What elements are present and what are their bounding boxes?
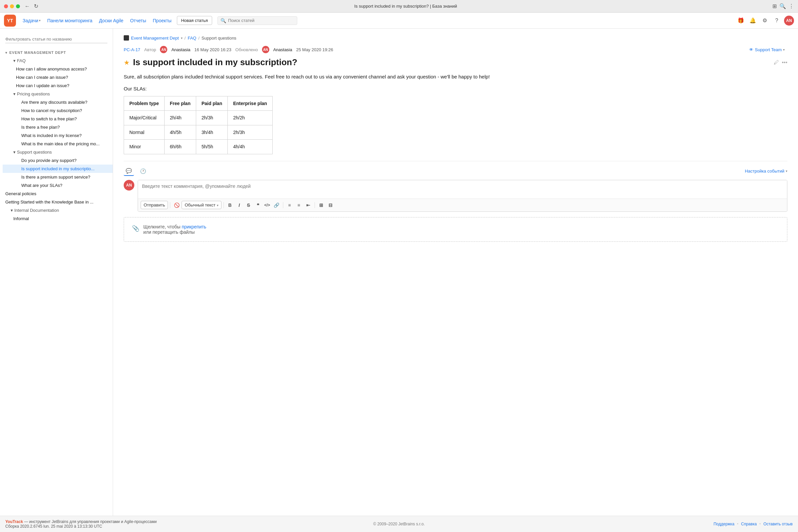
more-options-icon[interactable]: •••: [782, 59, 787, 65]
more-icon[interactable]: ⋮: [789, 3, 794, 9]
toolbar-no-style-icon[interactable]: 🚫: [172, 201, 181, 209]
user-avatar[interactable]: AN: [784, 16, 794, 25]
sidebar-item-premium-support[interactable]: Is there a premium support service?: [3, 173, 113, 181]
sidebar-item-cancel-subscription[interactable]: How to cancel my subscription?: [3, 107, 113, 115]
sidebar-item-discounts[interactable]: Are there any discounts available?: [3, 98, 113, 107]
eye-icon: 👁: [749, 47, 754, 52]
submit-button[interactable]: Отправить: [141, 201, 168, 209]
attach-link[interactable]: прикрепить: [182, 224, 206, 229]
article-title-row: ★ Is support included in my subscription…: [124, 57, 787, 68]
toolbar-italic[interactable]: I: [235, 201, 244, 209]
comment-tab-messages[interactable]: 💬: [124, 167, 134, 176]
content-area: Event Management Dept ▾ / FAQ / Support …: [113, 28, 798, 516]
minimize-window-btn[interactable]: [10, 4, 14, 8]
sla-table-body: Major/Critical2h/4h2h/3h2h/2hNormal4h/5h…: [124, 111, 273, 154]
sidebar-item-is-free-plan[interactable]: Is there a free plan?: [3, 123, 113, 131]
star-icon[interactable]: ★: [124, 58, 130, 66]
sidebar-item-slas[interactable]: What are your SLAs?: [3, 181, 113, 190]
comment-tabs: 💬 🕐 Настройка событий ▾: [124, 167, 787, 176]
table-cell-1-0: Normal: [124, 125, 165, 139]
table-header-row: Problem typeFree planPaid planEnterprise…: [124, 96, 273, 111]
toolbar-unordered-list[interactable]: ≡: [285, 201, 294, 209]
sidebar-item-general-policies[interactable]: General policies: [0, 190, 113, 198]
table-cell-2-0: Minor: [124, 140, 165, 154]
toolbar-ordered-list[interactable]: ≡: [294, 201, 303, 209]
nav-icon-buttons: 🎁 🔔 ⚙ ? AN: [736, 16, 794, 25]
sidebar-filter-input[interactable]: [5, 35, 108, 43]
sla-table: Problem typeFree planPaid planEnterprise…: [124, 96, 273, 154]
search-input[interactable]: [228, 18, 294, 23]
sidebar-item-provide-support[interactable]: Do you provide any support?: [3, 156, 113, 165]
toolbar-indent[interactable]: ⇤: [304, 201, 312, 209]
sidebar-support-title[interactable]: ▾ Support questions: [3, 148, 113, 156]
nav-projects[interactable]: Проекты: [150, 17, 174, 25]
sidebar-item-is-support-included[interactable]: Is support included in my subscriptio...: [3, 165, 113, 173]
table-cell-1-3: 2h/3h: [228, 125, 273, 139]
footer-support-link[interactable]: Поддержка: [714, 522, 735, 526]
comment-text-input[interactable]: [138, 180, 787, 197]
search-box: 🔍: [217, 16, 297, 25]
search-icon[interactable]: 🔍: [779, 3, 786, 9]
toolbar-image[interactable]: ⊟: [326, 201, 335, 209]
breadcrumb-dept[interactable]: Event Management Dept: [131, 36, 179, 41]
gift-icon[interactable]: 🎁: [736, 16, 745, 25]
edit-icon[interactable]: 🖊: [774, 59, 779, 65]
bell-icon[interactable]: 🔔: [748, 16, 757, 25]
help-icon[interactable]: ?: [772, 16, 781, 25]
footer-text: — инструмент JetBrains для управления пр…: [24, 519, 157, 524]
refresh-button[interactable]: ↻: [33, 2, 39, 10]
sidebar-item-informal[interactable]: Informal: [0, 214, 113, 223]
sla-label: Our SLAs:: [124, 85, 787, 93]
article-id[interactable]: PC-A-17: [124, 47, 140, 52]
close-window-btn[interactable]: [4, 4, 8, 8]
nav-reports[interactable]: Отчеты: [127, 17, 149, 25]
commenter-avatar: AN: [124, 180, 134, 191]
nav-dashboards[interactable]: Панели мониторинга: [44, 17, 95, 25]
sidebar-section-title[interactable]: ▾ EVENT MANAGEMENT DEPT: [0, 49, 113, 57]
settings-dropdown-arrow: ▾: [786, 169, 787, 173]
updated-date: 25 May 2020 19:26: [296, 47, 333, 52]
toolbar-table[interactable]: ⊞: [317, 201, 325, 209]
new-article-button[interactable]: Новая статья: [177, 16, 212, 25]
format-dropdown[interactable]: Обычный текст ▾: [182, 201, 221, 209]
sidebar-item-getting-started[interactable]: Getting Started with the Knowledge Base …: [0, 198, 113, 206]
pricing-chevron: ▾: [13, 92, 16, 96]
settings-icon[interactable]: ⚙: [760, 16, 770, 25]
table-cell-0-3: 2h/2h: [228, 111, 273, 125]
sidebar-item-pricing-idea[interactable]: What is the main idea of the pricing mo.…: [3, 140, 113, 148]
logo[interactable]: YT: [4, 15, 16, 26]
sidebar-filter-area: [0, 33, 113, 47]
author-name: Anastasia: [171, 47, 190, 52]
main-layout: ▾ EVENT MANAGEMENT DEPT ▾ FAQ How can I …: [0, 28, 798, 516]
breadcrumb-faq[interactable]: FAQ: [188, 36, 196, 41]
sidebar-faq-title[interactable]: ▾ FAQ: [3, 57, 113, 65]
sidebar-item-license[interactable]: What is included in my license?: [3, 131, 113, 140]
article-meta: PC-A-17 Автор AN Anastasia 16 May 2020 1…: [124, 46, 787, 53]
sidebar-internal-docs[interactable]: ▾ Internal Documentation: [0, 206, 113, 214]
event-settings-button[interactable]: Настройка событий ▾: [745, 169, 787, 174]
title-bar-actions: ⊞ 🔍 ⋮: [773, 3, 794, 9]
sidebar-item-anonymous-access[interactable]: How can I allow anonymous access?: [3, 65, 113, 73]
sidebar-item-free-plan[interactable]: How to switch to a free plan?: [3, 115, 113, 123]
window-title: Is support included in my subscription? …: [39, 4, 773, 8]
visibility-button[interactable]: 👁 Support Team ▾: [746, 46, 787, 53]
toolbar-quote[interactable]: ❝: [254, 201, 262, 209]
toolbar-strikethrough[interactable]: S: [244, 201, 253, 209]
sidebar-item-create-issue[interactable]: How can I create an issue?: [3, 73, 113, 81]
footer-help-link[interactable]: Справка: [741, 522, 757, 526]
nav-tasks[interactable]: Задачи ▾: [20, 17, 43, 25]
toolbar-bold[interactable]: B: [226, 201, 234, 209]
comment-tab-history[interactable]: 🕐: [138, 167, 148, 175]
sidebar-pricing-title[interactable]: ▾ Pricing questions: [3, 90, 113, 98]
maximize-window-btn[interactable]: [16, 4, 20, 8]
nav-agile[interactable]: Доски Agile: [96, 17, 126, 25]
toolbar-link[interactable]: 🔗: [272, 201, 281, 209]
footer-feedback-link[interactable]: Оставить отзыв: [763, 522, 793, 526]
back-button[interactable]: ←: [24, 3, 31, 10]
translate-icon[interactable]: ⊞: [773, 3, 777, 9]
table-cell-2-1: 6h/6h: [164, 140, 196, 154]
dept-dropdown-arrow[interactable]: ▾: [181, 36, 183, 40]
toolbar-code[interactable]: </>: [263, 201, 272, 209]
sidebar-item-update-issue[interactable]: How can I update an issue?: [3, 81, 113, 90]
attach-icon: 📎: [132, 225, 139, 232]
